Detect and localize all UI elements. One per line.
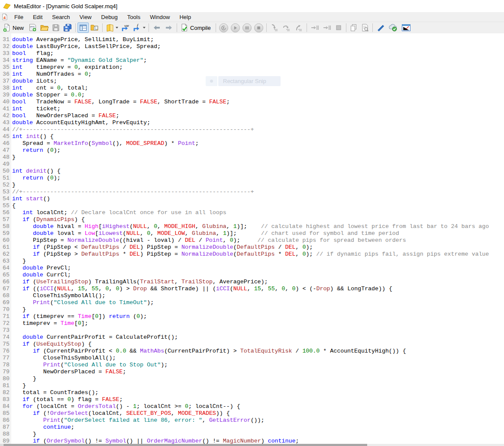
goto-function-icon: f — [133, 23, 142, 32]
code-line[interactable]: 73 — [0, 327, 504, 334]
code-line[interactable]: 82 total = CountTrades(); — [0, 389, 504, 396]
next-breakpoint-button[interactable] — [309, 22, 321, 33]
code-line[interactable]: 79 NewOrdersPlaced = FALSE; — [0, 369, 504, 375]
menu-search[interactable]: Search — [47, 12, 74, 22]
code-line[interactable]: 87 continue; — [0, 424, 504, 431]
print-preview-button[interactable] — [359, 22, 371, 33]
code-line[interactable]: 71 if (timeprev == Time[0]) return (0); — [0, 313, 504, 320]
code-editor[interactable]: 31double AveragePrice, SellLimit, BuyLim… — [0, 33, 504, 446]
code-line[interactable]: 64 double PrevCl; — [0, 265, 504, 272]
code-line[interactable]: 57 if (DynamicPips) { — [0, 216, 504, 223]
code-line[interactable]: 67 if ((iCCI(NULL, 15, 55, 0, 0) > Drop … — [0, 286, 504, 292]
copy-button[interactable] — [348, 22, 359, 33]
code-line[interactable]: 62 if (PipStep > DefaultPips * DEL) PipS… — [0, 251, 504, 258]
code-line[interactable]: 40bool TradeNow = FALSE, LongTrade = FAL… — [0, 99, 504, 106]
code-line[interactable]: 66 if (UseTrailingStop) TrailingAlls(Tra… — [0, 279, 504, 286]
code-line[interactable]: 56 int localCnt; // Declare localCnt onc… — [0, 209, 504, 216]
code-line[interactable]: 51 return (0); — [0, 175, 504, 182]
code-line[interactable]: 69 Print("Closed All due to TimeOut"); — [0, 299, 504, 306]
code-line[interactable]: 68 CloseThisSymbolAll(); — [0, 292, 504, 299]
back-button[interactable] — [151, 22, 163, 33]
goto-variable-button[interactable]: var — [120, 22, 132, 33]
code-line[interactable]: 33bool flag; — [0, 50, 504, 57]
horizontal-scrollbar[interactable] — [0, 444, 504, 446]
code-line[interactable]: 88 } — [0, 431, 504, 438]
line-number: 52 — [0, 182, 11, 189]
start-debugging-button[interactable] — [218, 22, 229, 33]
code-line[interactable]: 58 double hival = High[iHighest(NULL, 0,… — [0, 223, 504, 230]
code-line[interactable]: 49 — [0, 161, 504, 168]
code-line[interactable]: 61 if (PipStep < DefaultPips / DEL) PipS… — [0, 244, 504, 251]
code-line[interactable]: 39double Stopper = 0.0; — [0, 92, 504, 99]
line-number: 69 — [0, 299, 11, 306]
code-line[interactable]: 80 } — [0, 375, 504, 382]
code-line[interactable]: 34string EAName = "Dynamic Gold Scalper"… — [0, 57, 504, 64]
snippets-button[interactable] — [104, 22, 120, 33]
step-over-button[interactable] — [281, 22, 293, 33]
new-project-button[interactable]: proj — [27, 22, 39, 33]
code-line[interactable]: 55{ — [0, 202, 504, 209]
code-line[interactable]: 86 Print("OrderSelect failed at line 86,… — [0, 417, 504, 424]
code-line[interactable]: 63 } — [0, 258, 504, 265]
code-line[interactable]: 41int ticket; — [0, 106, 504, 112]
code-line[interactable]: 74 double CurrentPairProfit = CalculateP… — [0, 334, 504, 341]
menu-window[interactable]: Window — [145, 12, 174, 22]
scroll-left-arrow[interactable] — [0, 444, 3, 446]
code-line[interactable]: 32double LastBuyPrice, LastSellPrice, Sp… — [0, 43, 504, 50]
styler-button[interactable] — [375, 22, 387, 33]
code-line[interactable]: 50int deinit() { — [0, 168, 504, 175]
prev-breakpoint-button[interactable] — [321, 22, 333, 33]
code-line[interactable]: 65 double CurrCl; — [0, 272, 504, 279]
code-line[interactable]: 43double AccountEquityHighAmt, PrevEquit… — [0, 119, 504, 126]
open-chart-button[interactable] — [400, 22, 413, 33]
code-line[interactable]: 53//+-----------------------------------… — [0, 189, 504, 196]
code-line[interactable]: 81 } — [0, 382, 504, 389]
code-line[interactable]: 46 Spread = MarketInfo(Symbol(), MODE_SP… — [0, 140, 504, 147]
menu-tools[interactable]: Tools — [123, 12, 145, 22]
save-button[interactable] — [50, 22, 61, 33]
menu-edit[interactable]: Edit — [28, 12, 47, 22]
code-line[interactable]: 31double AveragePrice, SellLimit, BuyLim… — [0, 36, 504, 43]
pause-debugging-button[interactable] — [241, 22, 253, 33]
open-file-button[interactable] — [39, 22, 50, 33]
storage-button[interactable] — [387, 22, 400, 33]
scrollbar-thumb[interactable] — [3, 444, 367, 446]
goto-function-button[interactable]: f — [132, 22, 147, 33]
code-line[interactable]: 70 } — [0, 306, 504, 313]
menu-file[interactable]: File — [10, 12, 28, 22]
code-line[interactable]: 83 if (total == 0) flag = FALSE; — [0, 396, 504, 403]
menu-debug[interactable]: Debug — [97, 12, 123, 22]
save-all-button[interactable] — [61, 22, 74, 33]
code-line[interactable]: 54int start() — [0, 196, 504, 202]
step-out-button[interactable] — [293, 22, 305, 33]
menu-view[interactable]: View — [75, 12, 97, 22]
code-line[interactable]: 42bool NewOrdersPlaced = FALSE; — [0, 112, 504, 119]
code-line[interactable]: 60 PipStep = NormalizeDouble((hival - lo… — [0, 237, 504, 244]
menu-help[interactable]: Help — [174, 12, 196, 22]
stop-debugging-button[interactable] — [253, 22, 265, 33]
continue-debugging-button[interactable] — [229, 22, 241, 33]
delete-breakpoints-button[interactable] — [333, 22, 344, 33]
code-line[interactable]: 75 if (UseEquityStop) { — [0, 341, 504, 348]
code-line[interactable]: 85 if (!OrderSelect(localCnt, SELECT_BY_… — [0, 410, 504, 417]
code-line[interactable]: 44//+-----------------------------------… — [0, 126, 504, 133]
code-line[interactable]: 84 for (localCnt = OrdersTotal() - 1; lo… — [0, 403, 504, 410]
code-line[interactable]: 72 timeprev = Time[0]; — [0, 320, 504, 327]
code-line[interactable]: 35int timeprev = 0, expiration; — [0, 64, 504, 71]
code-line[interactable]: 48} — [0, 154, 504, 161]
new-file-button[interactable]: New — [1, 22, 27, 33]
code-line[interactable]: 78 Print("Closed All due to Stop Out"); — [0, 362, 504, 369]
tile-windows-button[interactable] — [78, 22, 89, 33]
line-number: 51 — [0, 175, 11, 182]
code-line[interactable]: 52} — [0, 182, 504, 189]
step-into-button[interactable] — [268, 22, 281, 33]
forward-button[interactable] — [163, 22, 175, 33]
line-number: 34 — [0, 57, 11, 64]
code-line[interactable]: 77 CloseThisSymbolAll(); — [0, 355, 504, 362]
code-line[interactable]: 76 if (CurrentPairProfit < 0.0 && MathAb… — [0, 348, 504, 355]
code-line[interactable]: 59 double loval = Low[iLowest(NULL, 0, M… — [0, 230, 504, 237]
code-line[interactable]: 45int init() { — [0, 133, 504, 140]
code-line[interactable]: 47 return (0); — [0, 147, 504, 154]
compile-button[interactable]: Compile — [179, 22, 214, 33]
navigator-button[interactable] — [89, 22, 100, 33]
